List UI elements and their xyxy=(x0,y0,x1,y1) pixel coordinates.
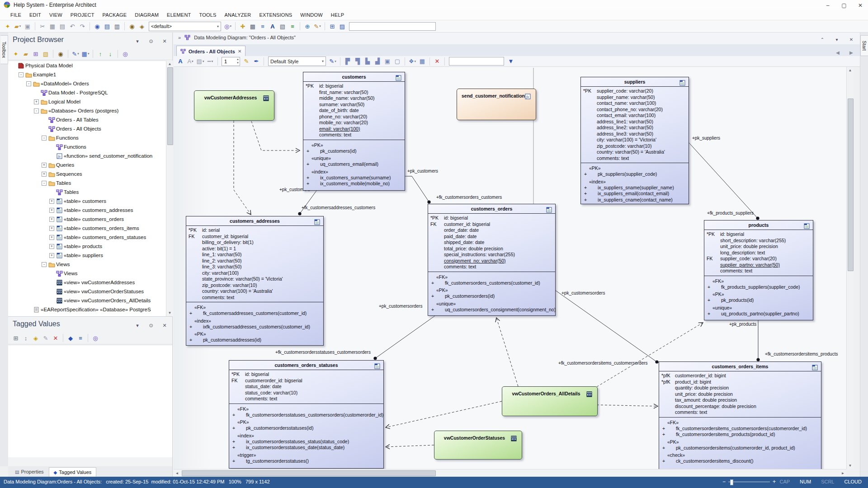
save-icon[interactable]: ▣ xyxy=(23,22,32,31)
scroll-down-icon[interactable]: ▼ xyxy=(166,310,173,316)
window-shade-icon[interactable]: ⌃ xyxy=(818,35,827,44)
panel-menu-icon[interactable]: ▾ xyxy=(133,37,142,46)
help-icon[interactable]: ◎▾ xyxy=(223,22,232,31)
panel-close-icon[interactable]: ✕ xyxy=(160,321,169,330)
maximize-button-icon[interactable]: ▢ xyxy=(840,1,849,10)
paste-icon[interactable]: ▤ xyxy=(58,22,67,31)
font-face-icon[interactable]: A▾ xyxy=(186,57,195,66)
operation-row[interactable]: +pk_customersordersitems(customerorder_i… xyxy=(659,445,820,451)
entity-vwCustomerOrderStatuses[interactable]: vwCustomerOrderStatuses xyxy=(434,431,522,460)
tree-item-database-orders-postgres[interactable]: -«Database» Orders (postgres) xyxy=(8,106,166,115)
scroll-thumb[interactable] xyxy=(182,470,436,476)
diagram-properties-icon[interactable]: ▦ xyxy=(418,57,427,66)
tree-item-data-model---postgresql[interactable]: Data Model - PostgreSQL xyxy=(8,88,166,97)
connector-dep-vwCustomerOrders_AllDetails-customers_orders_statuses[interactable] xyxy=(386,401,502,427)
attribute-row[interactable]: active: bit(1) = 1 xyxy=(186,246,322,252)
print-icon[interactable]: ▥ xyxy=(113,22,122,31)
find-in-browser-icon[interactable]: ◉ xyxy=(56,49,65,58)
connector-label[interactable]: +pk_suppliers xyxy=(692,136,720,141)
attribute-row[interactable]: supplier_partno: varchar(50) xyxy=(704,262,811,268)
align-top-icon[interactable]: ▙ xyxy=(363,57,372,66)
attribute-row[interactable]: phone_no: varchar(20) xyxy=(303,114,403,120)
search-files-icon[interactable]: ◈ xyxy=(137,22,146,31)
filter-funnel-icon[interactable]: ▼ xyxy=(506,57,515,66)
expand-icon[interactable]: + xyxy=(49,208,54,213)
menu-view[interactable]: VIEW xyxy=(45,11,66,19)
attribute-row[interactable]: line_3: varchar(50) xyxy=(186,264,322,270)
move-down-icon[interactable]: ↓ xyxy=(106,49,115,58)
format-brush-icon[interactable]: ✎ xyxy=(242,57,251,66)
entity-customers_orders[interactable]: customers_orders*PKid: bigserialFKcustom… xyxy=(428,204,556,316)
attribute-row[interactable]: discount_percentage: double precision xyxy=(659,404,820,410)
menu-window[interactable]: WINDOW xyxy=(296,11,326,19)
element-grid-icon[interactable]: ▩ xyxy=(248,22,257,31)
delete-from-diagram-icon[interactable]: ✕ xyxy=(433,57,442,66)
line-width-spinner[interactable]: 1▲▼ xyxy=(222,57,240,66)
auto-layout-icon[interactable]: ❖▾ xyxy=(408,57,417,66)
attribute-row[interactable]: paid_date: date xyxy=(428,234,554,240)
attribute-row[interactable]: zip_postcode: varchar(10) xyxy=(186,282,322,289)
attribute-row[interactable]: FKsupplier_code: varchar(20) xyxy=(704,256,811,262)
connector-dep-vwCustomerOrderStatuses-customers_orders_statuses[interactable] xyxy=(386,445,434,447)
attribute-row[interactable]: date_of_birth: date xyxy=(303,108,403,114)
new-file-icon[interactable]: ✦ xyxy=(3,22,12,31)
operation-row[interactable]: +uq_products_partno(supplier_partno) xyxy=(704,311,812,317)
operation-row[interactable]: +ck_customersordersitems_discount() xyxy=(659,458,820,465)
connector-label[interactable]: +fk_customersaddresses_customers xyxy=(302,205,375,210)
connector-fk_products_suppliers[interactable] xyxy=(689,143,758,218)
attribute-row[interactable]: FKcustomer_id: bigserial xyxy=(186,234,322,240)
attribute-row[interactable]: address_line1: varchar(50) xyxy=(581,119,687,125)
package-properties-icon[interactable]: ▧ xyxy=(278,22,287,31)
attribute-row[interactable]: status_code: varchar(10) xyxy=(229,390,382,396)
operation-row[interactable]: +uq_customers_email(email) xyxy=(303,161,404,168)
tree-item-table-customers_orders[interactable]: +«table» customers_orders xyxy=(8,215,166,224)
attribute-row[interactable]: comments: text xyxy=(428,264,554,270)
attribute-row[interactable]: line_2: varchar(50) xyxy=(186,258,322,264)
attribute-row[interactable]: unit_price: double precision xyxy=(659,391,820,398)
operation-row[interactable]: +fk_products_suppliers(supplier_code) xyxy=(704,284,812,291)
attribute-row[interactable]: tax_amount: double precision xyxy=(659,397,820,404)
collapse-icon[interactable]: - xyxy=(42,262,47,267)
operation-row[interactable]: +ix_customersordersstatuses_date(status_… xyxy=(229,445,382,451)
tree-item-orders---all-objects[interactable]: Orders - All Objects xyxy=(8,124,166,133)
tree-item-example1[interactable]: -Example1 xyxy=(8,70,166,79)
chevron-right-icon[interactable]: » xyxy=(178,35,181,40)
operation-row[interactable]: +pk_customersorders(id) xyxy=(428,293,554,300)
connector-fk_customersorders_customers[interactable] xyxy=(405,176,429,202)
operation-row[interactable]: +ix_suppliers_email(contact_email) xyxy=(581,191,688,197)
menu-project[interactable]: PROJECT xyxy=(66,11,99,19)
attribute-row[interactable]: FKcustomer_id: bigserial xyxy=(428,221,554,228)
tagged-values-list[interactable] xyxy=(8,345,172,457)
document-icon[interactable]: ▤ xyxy=(103,22,112,31)
operation-row[interactable]: +fk_customersorders_customers(customer_i… xyxy=(428,280,554,286)
attribute-row[interactable]: country: varchar(50) = 'Australia' xyxy=(581,149,687,155)
panel-pin-icon[interactable]: ⊙ xyxy=(146,321,156,330)
attribute-row[interactable]: *PKid: bigserial xyxy=(229,371,382,378)
tree-item-tables[interactable]: Tables xyxy=(8,188,166,197)
toolbar-input[interactable] xyxy=(349,22,436,31)
connector-label[interactable]: +fk_products_suppliers xyxy=(707,211,754,216)
collapse-icon[interactable]: - xyxy=(34,108,39,113)
move-up-icon[interactable]: ↑ xyxy=(96,49,105,58)
delete-tag-icon[interactable]: ✕ xyxy=(51,333,60,343)
tree-item-views[interactable]: Views xyxy=(8,269,166,278)
tab-scroll-left-icon[interactable]: ◄ xyxy=(833,48,842,57)
tree-item-views[interactable]: -Views xyxy=(8,260,166,269)
tag-blue-icon[interactable]: ◆ xyxy=(66,333,75,343)
menu-tools[interactable]: TOOLS xyxy=(195,11,220,19)
attribute-row[interactable]: *pfKproduct_id: bigint xyxy=(659,379,820,385)
tree-item-view-vwcustomeraddresses[interactable]: «view» vwCustomerAddresses xyxy=(8,278,166,287)
attribute-row[interactable]: order_date: date xyxy=(428,227,554,234)
attribute-row[interactable]: comments: text xyxy=(581,155,687,162)
text-style-icon[interactable]: A xyxy=(268,22,277,31)
scroll-thumb[interactable] xyxy=(848,99,854,271)
new-element-icon[interactable]: ✚ xyxy=(238,22,247,31)
panel-close-icon[interactable]: ✕ xyxy=(160,37,169,46)
attribute-row[interactable]: email: varchar(100) xyxy=(303,126,403,132)
workspace-windows-icon[interactable]: ⊞ xyxy=(328,22,337,31)
new-model-icon[interactable]: ✦ xyxy=(11,49,20,58)
attribute-row[interactable]: quantity: double precision xyxy=(659,385,820,391)
attribute-row[interactable]: total_price: double precision xyxy=(428,246,554,252)
collapse-icon[interactable]: - xyxy=(26,81,31,86)
scroll-up-icon[interactable]: ▲ xyxy=(166,61,173,67)
